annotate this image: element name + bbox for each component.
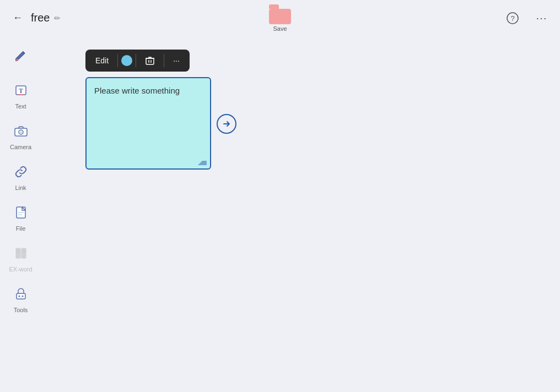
top-bar-left: ← free ✏ [9,9,269,27]
svg-text:T: T [18,87,23,95]
save-label: Save [273,25,287,32]
save-folder-icon [269,4,291,24]
more-options-button[interactable]: ··· [168,54,185,67]
exword-icon [10,243,31,264]
svg-rect-13 [21,248,26,258]
file-icon [10,202,31,223]
sidebar-item-link[interactable]: Link [4,157,38,195]
link-label: Link [15,184,26,191]
pen-icon [10,46,31,67]
folder-body [269,9,291,24]
edit-button[interactable]: Edit [90,54,114,67]
toolbar-separator-1 [117,54,118,67]
tools-label: Tools [14,307,28,313]
back-button[interactable]: ← [9,9,26,27]
svg-rect-12 [16,248,20,258]
toolbar-separator-3 [164,54,164,67]
top-bar-center: Save [269,4,291,32]
sidebar-item-exword[interactable]: EX-word [4,238,38,277]
help-button[interactable]: ? [503,8,523,28]
svg-point-20 [21,296,23,297]
sidebar-item-camera[interactable]: Camera [4,116,38,155]
text-label: Text [15,103,26,110]
svg-text:?: ? [510,14,514,23]
text-icon: T [10,80,31,101]
exword-label: EX-word [9,266,32,273]
svg-point-2 [16,59,18,61]
camera-icon [10,121,31,141]
top-bar: ← free ✏ Save ? ⋯ [0,0,560,36]
note-toolbar: Edit ··· [85,50,190,72]
page-title: free [31,12,50,24]
top-bar-right: ? ⋯ [291,8,551,28]
color-picker-button[interactable] [121,55,132,66]
sidebar-item-tools[interactable]: Tools [4,279,38,318]
link-icon [10,161,31,182]
tools-icon [10,284,31,304]
next-arrow-button[interactable] [217,114,236,134]
sidebar-item-text[interactable]: T Text [4,75,38,114]
sidebar: T Text Camera Link [0,36,41,392]
svg-rect-22 [146,58,154,64]
camera-label: Camera [10,144,31,150]
canvas-area: Edit ··· Please write something [41,36,560,392]
sidebar-item-file[interactable]: File [4,198,38,236]
folder-tab [269,4,279,9]
more-icon: ⋯ [536,12,547,25]
more-button[interactable]: ⋯ [531,8,551,28]
sidebar-item-pen[interactable] [4,41,38,73]
sticky-note-corner [198,156,207,165]
svg-point-8 [20,131,22,133]
file-label: File [16,225,26,232]
save-button[interactable]: Save [269,4,291,32]
svg-point-19 [18,296,20,297]
sticky-note[interactable]: Please write something [85,77,211,170]
delete-button[interactable] [139,53,160,68]
sticky-note-text: Please write something [94,86,202,95]
svg-point-21 [20,297,21,298]
toolbar-separator-2 [136,54,136,67]
title-edit-icon[interactable]: ✏ [54,14,61,23]
